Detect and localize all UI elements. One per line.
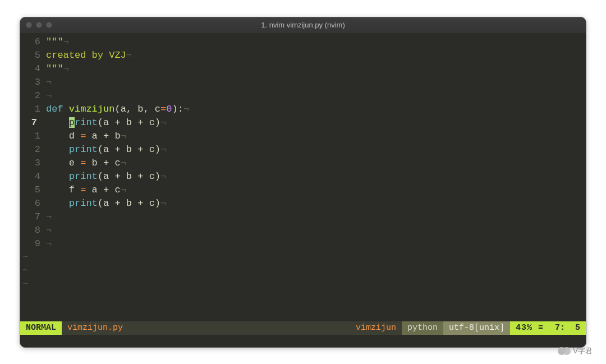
line-number: 5 bbox=[20, 49, 46, 62]
close-window-button[interactable] bbox=[26, 22, 32, 28]
builtin-print: rint bbox=[75, 117, 98, 128]
code-line[interactable]: 9 ¬ bbox=[20, 237, 586, 251]
code-line[interactable]: 4 print(a + b + c)¬ bbox=[20, 170, 586, 183]
zoom-window-button[interactable] bbox=[46, 22, 52, 28]
indent bbox=[46, 171, 69, 182]
docstring-quote: """ bbox=[46, 36, 63, 47]
eol-marker: ¬ bbox=[183, 104, 189, 114]
eol-marker: ¬ bbox=[46, 238, 52, 249]
line-number: 9 bbox=[20, 237, 46, 251]
code-line[interactable]: 2 ¬ bbox=[20, 89, 586, 103]
eol-marker: ¬ bbox=[46, 90, 52, 101]
indent bbox=[46, 131, 69, 141]
var: f bbox=[69, 185, 80, 195]
filetype: python bbox=[402, 321, 443, 335]
watermark: V字君 bbox=[558, 346, 593, 356]
eol-marker: ¬ bbox=[63, 63, 69, 74]
builtin-print: print bbox=[69, 171, 98, 182]
indent bbox=[46, 117, 69, 128]
params-close: ): bbox=[172, 104, 183, 114]
line-number: 1 bbox=[20, 130, 46, 143]
code-line[interactable]: 8 ¬ bbox=[20, 224, 586, 237]
minimize-window-button[interactable] bbox=[36, 22, 42, 28]
code-area[interactable]: 6 """¬ 5 created by VZJ¬ 4 """¬ 3 ¬ 2 ¬ … bbox=[20, 35, 586, 321]
call-args: (a + b + c) bbox=[98, 198, 160, 209]
builtin-print: print bbox=[69, 144, 98, 155]
current-line[interactable]: 7 print(a + b + c)¬ bbox=[20, 116, 586, 130]
cursor: p bbox=[69, 117, 75, 128]
indent bbox=[46, 158, 69, 168]
params: (a, b, c bbox=[114, 104, 160, 114]
code-line[interactable]: 4 """¬ bbox=[20, 62, 586, 76]
encoding: utf-8[unix] bbox=[443, 321, 510, 335]
line-number: 2 bbox=[20, 89, 46, 103]
operator: = bbox=[160, 104, 166, 114]
eol-marker: ¬ bbox=[121, 131, 126, 141]
line-number: 7 bbox=[20, 210, 46, 224]
call-args: (a + b + c) bbox=[98, 117, 160, 128]
operator: = bbox=[80, 158, 86, 168]
var: d bbox=[69, 131, 80, 141]
eol-marker: ¬ bbox=[46, 225, 52, 236]
code-line[interactable]: 1 def vimzijun(a, b, c=0):¬ bbox=[20, 103, 586, 116]
code-line[interactable]: 2 print(a + b + c)¬ bbox=[20, 143, 586, 156]
cursor-line: 7: bbox=[555, 321, 565, 335]
builtin-print: print bbox=[69, 198, 98, 209]
line-number: 5 bbox=[20, 183, 46, 197]
line-number: 1 bbox=[20, 103, 46, 116]
window-title: 1. nvim vimzijun.py (nvim) bbox=[20, 21, 586, 29]
indent bbox=[46, 144, 69, 155]
code-line[interactable]: 5 f = a + c¬ bbox=[20, 183, 586, 197]
tilde-marker: ~ bbox=[20, 264, 46, 278]
eol-marker: ¬ bbox=[160, 144, 166, 155]
scroll-percent: 43% ≡ bbox=[510, 321, 549, 335]
line-number: 4 bbox=[20, 62, 46, 76]
docstring-quote: """ bbox=[46, 63, 63, 74]
code-line[interactable]: 3 e = b + c¬ bbox=[20, 156, 586, 170]
current-line-number: 7 bbox=[20, 116, 46, 130]
expr: a + b bbox=[86, 131, 120, 141]
eol-marker: ¬ bbox=[160, 198, 166, 209]
nvim-editor[interactable]: 6 """¬ 5 created by VZJ¬ 4 """¬ 3 ¬ 2 ¬ … bbox=[20, 33, 586, 347]
status-line: NORMAL vimzijun.py vimzijun python utf-8… bbox=[20, 321, 586, 335]
tilde-marker: ~ bbox=[20, 251, 46, 264]
expr: a + c bbox=[86, 185, 120, 195]
filename: vimzijun.py bbox=[62, 321, 128, 335]
code-line[interactable]: 6 """¬ bbox=[20, 35, 586, 49]
number-literal: 0 bbox=[166, 104, 172, 114]
code-line[interactable]: 6 print(a + b + c)¬ bbox=[20, 197, 586, 210]
indent bbox=[46, 185, 69, 195]
eol-marker: ¬ bbox=[63, 36, 69, 47]
docstring-text: created by VZJ bbox=[46, 50, 126, 61]
empty-line: ~ bbox=[20, 278, 586, 291]
line-number: 2 bbox=[20, 143, 46, 156]
status-spacer bbox=[128, 321, 350, 335]
eol-marker: ¬ bbox=[121, 185, 126, 195]
eol-marker: ¬ bbox=[46, 211, 52, 222]
window-controls bbox=[20, 22, 52, 28]
code-line[interactable]: 1 d = a + b¬ bbox=[20, 130, 586, 143]
command-line[interactable] bbox=[20, 335, 586, 347]
call-args: (a + b + c) bbox=[98, 171, 160, 182]
line-number: 8 bbox=[20, 224, 46, 237]
tilde-marker: ~ bbox=[20, 278, 46, 291]
code-line[interactable]: 3 ¬ bbox=[20, 76, 586, 89]
expr: b + c bbox=[86, 158, 120, 168]
cursor-position: 7: 5 bbox=[549, 321, 586, 335]
keyword-def: def bbox=[46, 104, 63, 114]
cursor-col: 5 bbox=[575, 321, 580, 335]
var: e bbox=[69, 158, 80, 168]
mode-indicator: NORMAL bbox=[20, 321, 62, 335]
operator: = bbox=[80, 185, 86, 195]
code-line[interactable]: 5 created by VZJ¬ bbox=[20, 49, 586, 62]
empty-line: ~ bbox=[20, 264, 586, 278]
empty-line: ~ bbox=[20, 251, 586, 264]
eol-marker: ¬ bbox=[126, 50, 132, 61]
terminal-window: 1. nvim vimzijun.py (nvim) 6 """¬ 5 crea… bbox=[20, 17, 586, 348]
current-function: vimzijun bbox=[350, 321, 402, 335]
eol-marker: ¬ bbox=[160, 171, 166, 182]
code-line[interactable]: 7 ¬ bbox=[20, 210, 586, 224]
watermark-text: V字君 bbox=[573, 346, 593, 356]
eol-marker: ¬ bbox=[160, 117, 166, 128]
eol-marker: ¬ bbox=[121, 158, 126, 168]
